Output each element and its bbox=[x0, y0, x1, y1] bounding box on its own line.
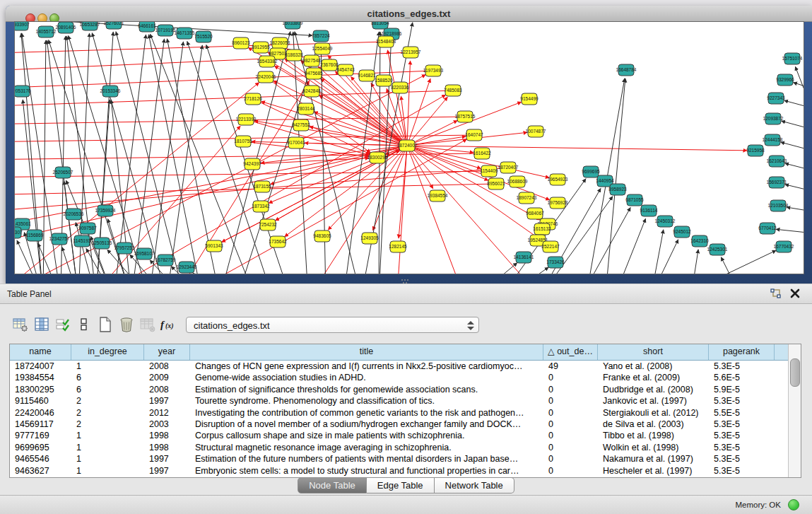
graph-node-label: 12093872 bbox=[763, 116, 784, 121]
column-visibility-icon[interactable] bbox=[31, 314, 52, 335]
graph-edge[interactable] bbox=[409, 151, 467, 274]
graph-edge[interactable] bbox=[38, 243, 61, 274]
graph-edge[interactable] bbox=[43, 40, 46, 274]
scrollbar-thumb[interactable] bbox=[790, 358, 800, 387]
graph-edge[interactable] bbox=[781, 142, 804, 153]
graph-edge[interactable] bbox=[150, 34, 255, 274]
table-row[interactable]: 911546021997Tourette syndrome. Phenomeno… bbox=[10, 395, 801, 407]
column-header-short[interactable]: short bbox=[598, 344, 709, 360]
table-cell: Tibbo et al. (1998) bbox=[598, 430, 709, 441]
graph-edge[interactable] bbox=[305, 151, 404, 274]
import-table-icon[interactable] bbox=[137, 314, 158, 335]
graph-edge[interactable] bbox=[305, 143, 401, 145]
table-row[interactable]: 946362711997Embryonic stem cells: a mode… bbox=[10, 465, 801, 477]
table-cell: 2008 bbox=[144, 361, 190, 372]
column-header-name[interactable]: name bbox=[10, 344, 71, 360]
column-header-year[interactable]: year bbox=[144, 344, 190, 360]
table-row[interactable]: 969969511998Structural magnetic resonanc… bbox=[10, 442, 801, 453]
graph-edge[interactable] bbox=[407, 61, 410, 140]
close-panel-icon[interactable] bbox=[789, 288, 801, 299]
graph-edge[interactable] bbox=[614, 218, 646, 274]
tab-node-table[interactable]: Node Table bbox=[298, 477, 367, 493]
table-cell: Estimation of significance thresholds fo… bbox=[190, 384, 543, 395]
window-titlebar[interactable]: citations_edges.txt bbox=[6, 6, 812, 22]
graph-edge[interactable] bbox=[776, 229, 804, 234]
graph-edge[interactable] bbox=[170, 139, 467, 274]
graph-node-label: 20206536 bbox=[64, 211, 84, 216]
row-height-icon[interactable] bbox=[73, 314, 95, 335]
table-row[interactable]: 2242004622012Investigating the contribut… bbox=[10, 407, 801, 419]
network-canvas[interactable]: 1933907140557122089140610653287152760216… bbox=[14, 21, 804, 274]
graph-node-label: 20153346 bbox=[100, 88, 121, 93]
graph-node-label: 16958107 bbox=[134, 251, 155, 256]
graph-edge[interactable] bbox=[114, 35, 146, 274]
table-cell: Embryonic stem cells: a model to study s… bbox=[190, 465, 543, 477]
graph-node-label: 1642310 bbox=[690, 238, 709, 243]
table-cell: 5.3E-5 bbox=[709, 419, 775, 430]
graph-node-label: 12342757 bbox=[49, 236, 70, 241]
table-cell: 1 bbox=[71, 442, 144, 453]
graph-edge[interactable] bbox=[692, 250, 698, 274]
tab-network-table[interactable]: Network Table bbox=[435, 477, 514, 493]
graph-node-label: 1615132 bbox=[533, 226, 551, 231]
table-cell: 49 bbox=[543, 361, 598, 372]
column-header-pagerank[interactable]: pagerank bbox=[709, 344, 775, 360]
graph-edge[interactable] bbox=[651, 240, 678, 274]
table-row[interactable]: 977716911998Corpus callosum shape and si… bbox=[10, 430, 801, 441]
graph-node-label: 8220336 bbox=[391, 85, 409, 90]
table-row[interactable]: 946554611997Estimation of the future num… bbox=[10, 453, 801, 465]
function-builder-fx-icon[interactable]: f (x) bbox=[158, 314, 180, 335]
graph-node-label: 1249305 bbox=[360, 235, 379, 240]
table-row[interactable]: 1872400712008Changes of HCN gene express… bbox=[10, 361, 801, 372]
column-header-in_degree[interactable]: in_degree bbox=[71, 344, 144, 360]
graph-node-label: 1733426 bbox=[546, 259, 565, 264]
graph-edge[interactable] bbox=[467, 263, 517, 274]
table-cell: Stergiakouli et al. (2012) bbox=[598, 407, 709, 419]
graph-edge[interactable] bbox=[784, 100, 804, 110]
graph-node-label: 16782759 bbox=[155, 257, 176, 262]
graph-node-label: 6871055 bbox=[625, 197, 644, 202]
graph-edge[interactable] bbox=[785, 185, 804, 193]
svg-text:(x): (x) bbox=[165, 322, 174, 330]
status-bar: Memory: OK bbox=[0, 495, 812, 514]
table-cell: 9777169 bbox=[10, 430, 71, 441]
table-settings-icon[interactable] bbox=[10, 314, 31, 335]
graph-edge[interactable] bbox=[692, 250, 776, 274]
column-header-out_de[interactable]: △ out_de… bbox=[543, 344, 598, 360]
table-cell: 0 bbox=[543, 442, 598, 453]
graph-edge[interactable] bbox=[651, 230, 664, 274]
graph-edge[interactable] bbox=[795, 66, 804, 132]
table-cell: 5.6E-5 bbox=[709, 372, 775, 383]
table-cell: Jankovic et al. (1997) bbox=[598, 395, 709, 407]
table-cell: Structural magnetic resonance image aver… bbox=[190, 442, 543, 453]
header-filler bbox=[775, 344, 788, 360]
graph-edge[interactable] bbox=[782, 121, 804, 132]
graph-edge[interactable] bbox=[320, 78, 402, 142]
graph-edge[interactable] bbox=[409, 78, 430, 140]
table-cell: Estimation of the future numbers of pati… bbox=[190, 453, 543, 465]
graph-edge[interactable] bbox=[62, 247, 78, 274]
new-file-icon[interactable] bbox=[95, 314, 116, 335]
graph-node-label: 8186328 bbox=[285, 52, 303, 57]
table-cell: 9115460 bbox=[10, 395, 71, 407]
graph-node-label: 14671355 bbox=[175, 30, 195, 35]
column-header-title[interactable]: title bbox=[190, 344, 543, 360]
delete-trash-icon[interactable] bbox=[116, 314, 137, 335]
graph-edge[interactable] bbox=[413, 146, 747, 151]
select-columns-check-icon[interactable] bbox=[52, 314, 73, 335]
network-graph[interactable]: 1933907140557122089140610653287152760216… bbox=[15, 22, 804, 274]
table-row[interactable]: 1938455462009Genome-wide association stu… bbox=[10, 372, 801, 383]
table-row[interactable]: 1456911722003Disruption of a novel membe… bbox=[10, 419, 801, 430]
tab-edge-table[interactable]: Edge Table bbox=[367, 477, 435, 493]
network-table-selector[interactable]: citations_edges.txt bbox=[186, 317, 479, 333]
graph-edge[interactable] bbox=[577, 207, 630, 274]
graph-node-label: 15276021 bbox=[104, 22, 124, 25]
float-panel-icon[interactable] bbox=[770, 288, 782, 300]
graph-edge[interactable] bbox=[396, 151, 406, 274]
graph-edge[interactable] bbox=[293, 32, 308, 274]
graph-edge[interactable] bbox=[15, 90, 447, 107]
graph-edge[interactable] bbox=[785, 163, 804, 173]
table-vertical-scrollbar[interactable] bbox=[788, 344, 801, 477]
table-row[interactable]: 1830029562008Estimation of significance … bbox=[10, 384, 801, 395]
graph-edge[interactable] bbox=[787, 207, 804, 213]
